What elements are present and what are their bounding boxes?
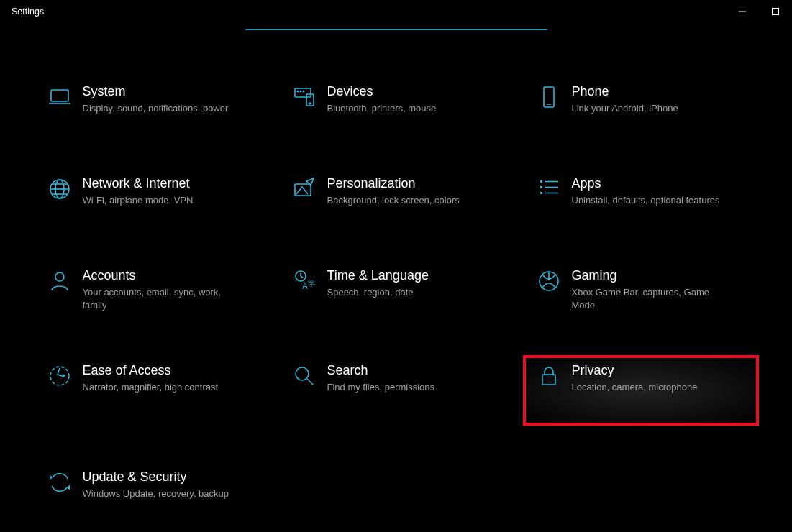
gaming-icon: [526, 267, 572, 293]
ease-icon: [37, 362, 83, 388]
settings-grid: System Display, sound, notifications, po…: [0, 30, 792, 515]
category-title: Network & Internet: [83, 175, 194, 191]
category-desc: Your accounts, email, sync, work, family: [83, 286, 241, 312]
category-title: Update & Security: [83, 469, 229, 485]
language-icon: A字: [281, 267, 327, 293]
svg-rect-18: [540, 180, 542, 183]
apps-icon: [526, 175, 572, 201]
minimize-button[interactable]: [726, 0, 759, 23]
window-title: Settings: [12, 6, 44, 17]
svg-line-27: [301, 276, 303, 278]
window-controls: [726, 0, 792, 23]
category-title: Devices: [327, 83, 437, 99]
lock-icon: [526, 362, 572, 388]
category-update-security[interactable]: Update & Security Windows Update, recove…: [37, 464, 267, 515]
category-title: Apps: [572, 175, 720, 191]
category-title: Phone: [572, 83, 678, 99]
category-accounts[interactable]: Accounts Your accounts, email, sync, wor…: [37, 263, 267, 316]
category-desc: Speech, region, date: [327, 286, 429, 299]
category-ease-of-access[interactable]: Ease of Access Narrator, magnifier, high…: [37, 358, 267, 423]
category-privacy[interactable]: Privacy Location, camera, microphone: [526, 358, 756, 423]
category-title: Personalization: [327, 175, 460, 191]
svg-rect-4: [295, 88, 311, 97]
category-title: Ease of Access: [83, 362, 219, 378]
category-network[interactable]: Network & Internet Wi-Fi, airplane mode,…: [37, 171, 267, 221]
svg-rect-20: [540, 186, 542, 188]
category-desc: Narrator, magnifier, high contrast: [83, 381, 219, 394]
svg-marker-37: [50, 474, 53, 480]
svg-rect-22: [540, 192, 542, 194]
category-search[interactable]: Search Find my files, permissions: [281, 358, 511, 423]
category-personalization[interactable]: Personalization Background, lock screen,…: [281, 171, 511, 221]
svg-rect-2: [51, 90, 68, 101]
maximize-button[interactable]: [759, 0, 792, 23]
svg-marker-38: [67, 485, 70, 490]
svg-point-9: [309, 103, 311, 104]
svg-point-5: [297, 91, 299, 92]
svg-line-35: [307, 379, 313, 385]
category-gaming[interactable]: Gaming Xbox Game Bar, captures, Game Mod…: [526, 263, 756, 316]
category-title: Search: [327, 362, 435, 378]
svg-rect-36: [542, 375, 555, 385]
laptop-icon: [37, 83, 83, 109]
category-desc: Find my files, permissions: [327, 381, 435, 394]
category-system[interactable]: System Display, sound, notifications, po…: [37, 79, 267, 129]
category-apps[interactable]: Apps Uninstall, defaults, optional featu…: [526, 171, 756, 221]
category-devices[interactable]: Devices Bluetooth, printers, mouse: [281, 79, 511, 129]
category-desc: Background, lock screen, colors: [327, 194, 460, 207]
svg-text:字: 字: [308, 280, 315, 288]
category-title: System: [83, 83, 229, 99]
category-desc: Link your Android, iPhone: [572, 102, 678, 115]
category-title: Accounts: [83, 267, 241, 283]
category-desc: Display, sound, notifications, power: [83, 102, 229, 115]
phone-icon: [526, 83, 572, 109]
globe-icon: [37, 175, 83, 201]
category-desc: Xbox Game Bar, captures, Game Mode: [572, 286, 730, 312]
category-desc: Windows Update, recovery, backup: [83, 487, 229, 500]
svg-point-6: [300, 91, 301, 92]
titlebar: Settings: [0, 0, 792, 23]
category-time-language[interactable]: A字 Time & Language Speech, region, date: [281, 263, 511, 316]
search-icon: [281, 362, 327, 388]
svg-point-7: [303, 91, 304, 92]
svg-point-34: [296, 367, 309, 380]
paint-icon: [281, 175, 327, 201]
svg-text:A: A: [302, 281, 308, 291]
devices-icon: [281, 83, 327, 109]
category-phone[interactable]: Phone Link your Android, iPhone: [526, 79, 756, 129]
category-desc: Wi-Fi, airplane mode, VPN: [83, 194, 194, 207]
person-icon: [37, 267, 83, 293]
category-desc: Uninstall, defaults, optional features: [572, 194, 720, 207]
category-desc: Location, camera, microphone: [572, 381, 698, 394]
svg-point-24: [55, 272, 64, 281]
category-title: Gaming: [572, 267, 730, 283]
svg-rect-1: [773, 9, 779, 15]
category-title: Privacy: [572, 362, 698, 378]
category-desc: Bluetooth, printers, mouse: [327, 102, 437, 115]
category-title: Time & Language: [327, 267, 429, 283]
update-icon: [37, 469, 83, 495]
